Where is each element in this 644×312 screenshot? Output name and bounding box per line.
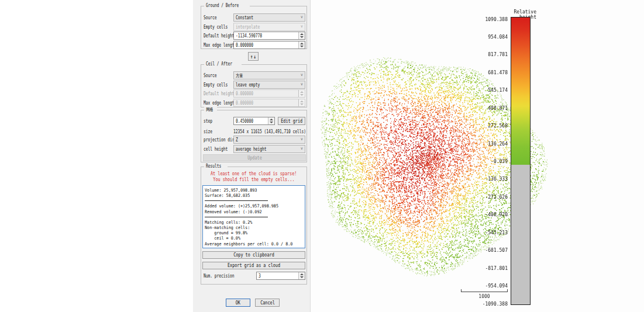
viewport-scale-ruler: [461, 289, 508, 292]
ceil-max-edge-row: Max edge length 0.000000: [204, 99, 305, 107]
spinner-arrows-icon: [298, 90, 305, 97]
report-line: Surface: 58,682.035: [205, 193, 305, 198]
ceil-default-height-input: 0.000000: [233, 89, 305, 98]
colorbar-tick-label: -954.094: [485, 283, 508, 289]
update-button: Update: [203, 154, 306, 161]
colorbar-tick-label: -408.920: [485, 212, 508, 217]
chevron-down-icon: ∨: [301, 72, 303, 77]
ceil-source-select[interactable]: 方量 ∨: [233, 71, 305, 79]
spinner-arrows-icon: [298, 99, 305, 106]
copy-to-clipboard-button[interactable]: Copy to clipboard: [202, 251, 305, 259]
edit-grid-button[interactable]: Edit grid: [278, 117, 305, 125]
viewport-scale-label: 1000: [461, 294, 508, 299]
grid-cell-height-row: cell height average height ∨: [204, 145, 305, 153]
colorbar-tick-label: 408.871: [488, 106, 508, 111]
ground-source-select[interactable]: Constant ∨: [233, 13, 305, 22]
colorbar-tick-label: -681.507: [485, 248, 508, 253]
colorbar-tick-label: 1090.388: [485, 17, 508, 22]
grid-cell-height-select[interactable]: average height ∨: [233, 145, 305, 153]
ground-source-label: Source: [204, 15, 221, 20]
colorbar-saturation-zone: [511, 165, 530, 304]
chevron-down-icon: ∨: [301, 137, 303, 141]
report-separator: [205, 200, 268, 201]
ground-empty-cells-select: interpolate ∨: [233, 23, 305, 31]
colorbar-gradient: [511, 18, 530, 165]
ground-empty-cells-label: Empty cells: [204, 24, 235, 29]
colorbar-tick-label: 681.478: [488, 70, 508, 75]
chevron-down-icon: ∨: [301, 82, 303, 86]
results-report-box: Volume: 25,957,098.893Surface: 58,682.03…: [202, 185, 305, 248]
report-line: Non-matching cells:: [205, 225, 305, 230]
group-ceil-after: Ceil / After Source 方量 ∨ Empty cells lea…: [201, 64, 307, 108]
colorbar-tick-label: 817.781: [488, 52, 508, 57]
chevron-down-icon: ∨: [301, 15, 303, 19]
ok-button[interactable]: OK: [226, 299, 250, 307]
group-grid-title: 网格: [204, 107, 217, 113]
volume-calculation-dialog: Ground / Before Source Constant ∨ Empty …: [193, 0, 311, 312]
ceil-source-label: Source: [204, 73, 221, 78]
screenshot-root: Ground / Before Source Constant ∨ Empty …: [0, 0, 644, 312]
report-line: ground = 99.8%: [205, 230, 305, 235]
group-ground-before: Ground / Before Source Constant ∨ Empty …: [201, 6, 307, 49]
sparse-warning-line1: At least one of the cloud is sparse!: [201, 171, 306, 177]
grid-projection-select[interactable]: Z ∨: [233, 136, 305, 144]
group-results-title: Results: [204, 164, 228, 169]
ceil-source-row: Source 方量 ∨: [204, 71, 305, 79]
group-results: Results At least one of the cloud is spa…: [201, 167, 307, 285]
grid-step-input[interactable]: 0.450000: [233, 117, 275, 125]
report-line: Removed volume: (-)0.092: [205, 209, 305, 214]
ground-default-height-row: Default height -1134.590778: [204, 32, 305, 40]
colorbar-tick-label: -1090.388: [483, 301, 508, 307]
num-precision-label: Num. precision: [204, 273, 243, 279]
chevron-down-icon: ∨: [301, 24, 303, 28]
grid-projection-row: projection dir Z ∨: [204, 136, 305, 144]
spinner-arrows-icon[interactable]: [298, 41, 305, 48]
ceil-empty-cells-select[interactable]: leave empty ∨: [233, 81, 305, 89]
group-grid: 网格 step 0.450000 Edit grid size 12354 x …: [201, 110, 307, 162]
swap-arrows-icon: ↑↓: [250, 54, 257, 60]
ceil-default-height-row: Default height 0.000000: [204, 89, 305, 98]
colorbar-tick-labels: 1090.388954.084817.781681.478545.174408.…: [468, 17, 508, 305]
grid-size-row: size 12354 x 11615 (143,491,710 cells): [204, 127, 305, 136]
colorbar-tick-label: -136.333: [485, 176, 508, 182]
colorbar-tick-label: -545.213: [485, 230, 508, 235]
spinner-arrows-icon[interactable]: [298, 32, 305, 39]
grid-step-label: step: [204, 119, 215, 124]
cancel-button[interactable]: Cancel: [255, 299, 280, 307]
grid-size-value: 12354 x 11615 (143,491,710 cells): [233, 127, 305, 136]
report-line: ceil = 0.0%: [205, 235, 305, 241]
report-line: Matching cells: 0.2%: [205, 220, 305, 225]
colorbar-tick-label: -0.039: [491, 159, 508, 164]
ground-default-height-input[interactable]: -1134.590778: [233, 32, 305, 40]
ground-empty-cells-row: Empty cells interpolate ∨: [204, 23, 305, 31]
report-separator: [205, 217, 268, 217]
group-ground-title: Ground / Before: [204, 3, 250, 9]
spinner-arrows-icon[interactable]: [298, 272, 305, 279]
spinner-arrows-icon[interactable]: [268, 117, 274, 124]
colorbar-tick-label: -272.626: [485, 195, 508, 200]
ceil-empty-cells-row: Empty cells leave empty ∨: [204, 81, 305, 89]
colorbar-tick-label: 136.264: [488, 141, 508, 147]
ceil-max-edge-input: 0.000000: [233, 99, 305, 107]
ground-source-row: Source Constant ∨: [204, 13, 305, 22]
ground-max-edge-row: Max edge length 0.000000: [204, 41, 305, 49]
sparse-warning-line2: You should fill the empty cells...: [201, 177, 306, 183]
export-grid-button[interactable]: Export grid as a cloud: [202, 262, 305, 269]
grid-size-label: size: [204, 129, 215, 134]
report-line: Average neighbors per cell: 0.0 / 8.0: [205, 241, 305, 247]
colorbar-tick-label: -817.801: [485, 266, 508, 271]
swap-ground-ceil-button[interactable]: ↑↓: [248, 52, 259, 61]
grid-cell-height-label: cell height: [204, 146, 235, 151]
report-line: Volume: 25,957,098.893: [205, 188, 305, 193]
group-ceil-title: Ceil / After: [204, 61, 242, 67]
ground-max-edge-input[interactable]: 0.000000: [233, 41, 305, 49]
num-precision-row: Num. precision 3: [204, 272, 305, 280]
colorbar-tick-label: 954.084: [488, 34, 508, 40]
chevron-down-icon: ∨: [301, 146, 303, 150]
grid-step-row: step 0.450000 Edit grid: [204, 117, 305, 125]
report-line: Added volume: (+)25,957,098.985: [205, 203, 305, 209]
num-precision-input[interactable]: 3: [256, 272, 305, 280]
colorbar: [511, 17, 531, 305]
ceil-empty-cells-label: Empty cells: [204, 82, 235, 87]
colorbar-tick-label: 272.568: [488, 123, 508, 129]
